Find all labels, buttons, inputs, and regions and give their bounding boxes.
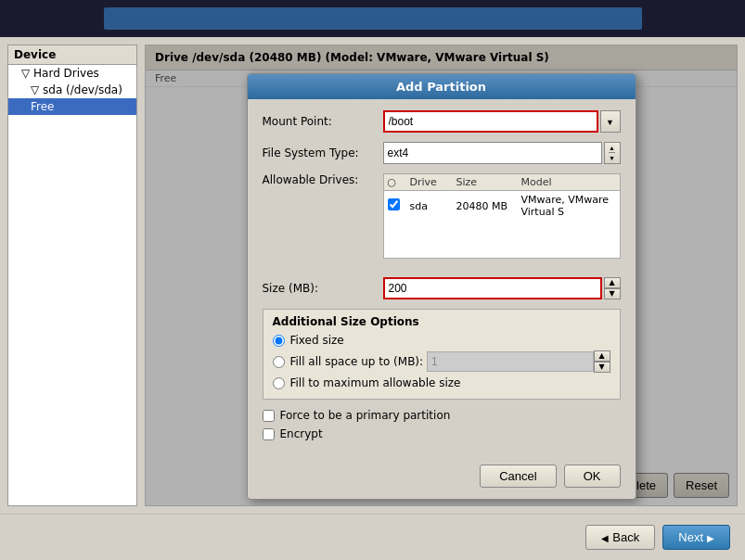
fill-up-btn[interactable]: ▲	[594, 350, 610, 362]
filesystem-type-control: ▲ ▼	[383, 142, 621, 164]
filesystem-type-row: File System Type: ▲ ▼	[263, 142, 621, 164]
drives-table: ○ Drive Size Model sda	[383, 173, 621, 259]
mount-point-label: Mount Point:	[263, 115, 383, 128]
size-spinner[interactable]: ▲ ▼	[604, 277, 621, 299]
size-up-btn[interactable]: ▲	[604, 277, 621, 288]
next-arrow-icon	[707, 530, 714, 544]
drive-checkbox[interactable]	[388, 198, 410, 213]
next-button[interactable]: Next	[662, 525, 730, 550]
encrypt-label: Encrypt	[280, 427, 323, 440]
size-row: Size (MB): ▲ ▼	[263, 277, 621, 299]
fill-space-label: Fill all space up to (MB):	[290, 355, 424, 368]
fill-space-radio[interactable]	[273, 356, 285, 368]
mount-point-dropdown-btn[interactable]	[600, 110, 621, 133]
left-panel: Device ▽ Hard Drives ▽ sda (/dev/sda) Fr…	[7, 45, 137, 506]
size-down-btn[interactable]: ▼	[604, 288, 621, 299]
mount-point-input[interactable]	[383, 110, 598, 133]
fixed-size-label: Fixed size	[290, 334, 344, 347]
table-row: sda 20480 MB VMware, VMware Virtual S	[384, 191, 620, 221]
fill-down-btn[interactable]: ▼	[594, 362, 610, 373]
additional-size-options: Additional Size Options Fixed size Fill …	[263, 309, 621, 400]
dialog-title: Add Partition	[248, 74, 636, 99]
force-primary-checkbox[interactable]	[263, 410, 275, 422]
fill-max-option: Fill to maximum allowable size	[273, 376, 610, 389]
allowable-drives-label: Allowable Drives:	[263, 173, 383, 186]
sidebar-item-sda[interactable]: ▽ sda (/dev/sda)	[8, 82, 136, 98]
dialog-footer: Cancel OK	[248, 457, 636, 499]
cancel-button[interactable]: Cancel	[480, 465, 556, 488]
allowable-drives-row: Allowable Drives: ○ Drive Size Model	[263, 173, 621, 268]
drives-table-empty	[384, 221, 620, 258]
next-label: Next	[678, 530, 703, 544]
drives-table-header: ○ Drive Size Model	[384, 174, 620, 191]
sidebar-item-hard-drives[interactable]: ▽ Hard Drives	[8, 65, 136, 82]
size-label: Size (MB):	[263, 282, 383, 295]
force-primary-row: Force to be a primary partition	[263, 409, 621, 422]
size-input[interactable]	[383, 277, 602, 299]
right-content: Drive /dev/sda (20480 MB) (Model: VMware…	[145, 45, 738, 506]
chevron-down-icon	[606, 117, 614, 127]
drive-model: VMware, VMware Virtual S	[521, 194, 616, 218]
fill-space-input[interactable]	[427, 351, 593, 372]
add-partition-dialog: Add Partition Mount Point:	[247, 73, 636, 500]
encrypt-checkbox[interactable]	[263, 428, 275, 440]
drives-table-container: ○ Drive Size Model sda	[383, 173, 621, 268]
fill-space-option: Fill all space up to (MB): ▲ ▼	[273, 350, 610, 373]
device-header: Device	[8, 45, 136, 65]
top-banner	[0, 0, 745, 37]
filesystem-type-input[interactable]	[383, 142, 602, 164]
modal-overlay: Add Partition Mount Point:	[146, 45, 737, 505]
header-radio: ○	[388, 176, 410, 188]
ok-button[interactable]: OK	[564, 465, 621, 488]
mount-point-row: Mount Point:	[263, 110, 621, 133]
main-area: Device ▽ Hard Drives ▽ sda (/dev/sda) Fr…	[0, 37, 745, 514]
back-arrow-icon	[601, 530, 609, 544]
options-group-title: Additional Size Options	[273, 315, 610, 328]
filesystem-type-spinner[interactable]: ▲ ▼	[604, 142, 621, 164]
fixed-size-option: Fixed size	[273, 334, 610, 347]
fill-space-spinner[interactable]: ▲ ▼	[594, 350, 610, 373]
fixed-size-radio[interactable]	[273, 335, 285, 347]
encrypt-row: Encrypt	[263, 427, 621, 440]
fill-max-label: Fill to maximum allowable size	[290, 376, 461, 389]
back-button[interactable]: Back	[585, 525, 655, 550]
force-primary-label: Force to be a primary partition	[280, 409, 451, 422]
header-drive: Drive	[410, 176, 456, 188]
banner-bar	[104, 7, 642, 30]
fill-max-radio[interactable]	[273, 377, 285, 389]
filesystem-type-label: File System Type:	[263, 146, 383, 159]
bottom-bar: Back Next	[0, 514, 745, 560]
header-model: Model	[521, 176, 616, 188]
back-label: Back	[612, 530, 639, 544]
header-size: Size	[456, 176, 521, 188]
drive-name: sda	[410, 200, 456, 212]
size-control: ▲ ▼	[383, 277, 621, 299]
mount-point-control	[383, 110, 621, 133]
drive-size: 20480 MB	[456, 200, 521, 212]
sidebar-item-free[interactable]: Free	[8, 98, 136, 115]
dialog-body: Mount Point: File System Type:	[248, 99, 636, 457]
